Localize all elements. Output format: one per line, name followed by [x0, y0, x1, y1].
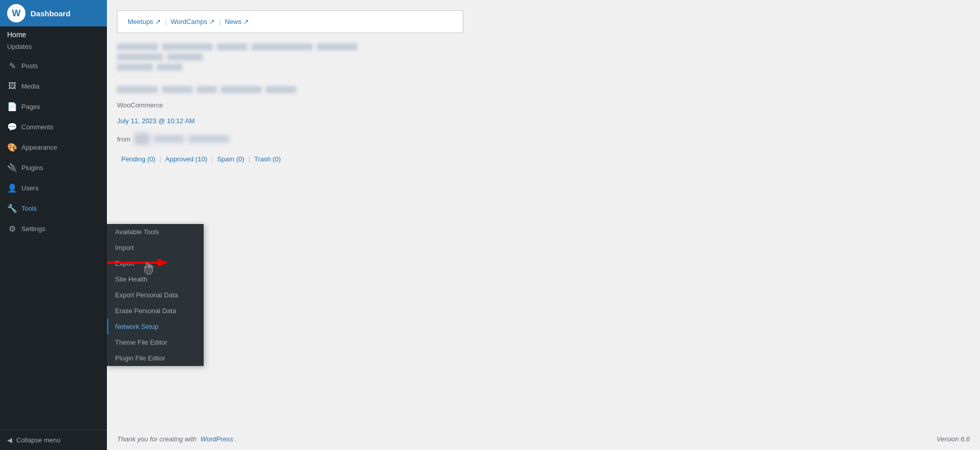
external-icon: ↗: [243, 18, 249, 25]
main-content: Meetups ↗ | WordCamps ↗ | News ↗: [107, 0, 980, 450]
sidebar-item-posts[interactable]: ✎ Posts: [0, 55, 107, 76]
footer: Thank you for creating with WordPress . …: [107, 428, 980, 450]
dropdown-item-network-setup[interactable]: Network Setup: [107, 319, 204, 334]
tools-dropdown: Available Tools Import Export Site Healt…: [107, 224, 204, 366]
sidebar-item-label: Posts: [21, 62, 38, 70]
sidebar-item-label: Comments: [21, 123, 53, 131]
meetups-link[interactable]: Meetups ↗: [128, 18, 161, 25]
blurred-cell: [197, 86, 217, 93]
dropdown-item-label: Erase Personal Data: [115, 307, 176, 315]
from-row: from: [117, 133, 970, 145]
filter-pending[interactable]: Pending (0): [117, 155, 159, 163]
dropdown-item-site-health[interactable]: Site Health: [107, 271, 204, 287]
dropdown-item-erase-personal-data[interactable]: Erase Personal Data: [107, 303, 204, 319]
separator: |: [219, 18, 220, 25]
posts-icon: ✎: [7, 61, 17, 71]
sidebar-item-appearance[interactable]: 🎨 Appearance: [0, 137, 107, 157]
sidebar-item-comments[interactable]: 💬 Comments: [0, 117, 107, 137]
filter-spam[interactable]: Spam (0): [213, 155, 248, 163]
filter-approved[interactable]: Approved (10): [161, 155, 211, 163]
dropdown-item-available-tools[interactable]: Available Tools: [107, 224, 204, 240]
news-label: News: [225, 18, 242, 25]
dropdown-item-label: Theme File Editor: [115, 339, 167, 346]
wordpress-link[interactable]: WordPress: [201, 435, 233, 443]
collapse-icon: ◀: [7, 436, 12, 444]
avatar-blurred: [134, 133, 150, 145]
sidebar-nav: Home Updates ✎ Posts 🖼 Media 📄 Pages 💬 C…: [0, 26, 107, 430]
thank-you-text: Thank you for creating with: [117, 435, 197, 443]
woocommerce-label: WooCommerce: [117, 101, 970, 109]
sidebar-item-pages[interactable]: 📄 Pages: [0, 96, 107, 117]
media-icon: 🖼: [7, 81, 17, 91]
dropdown-item-export-personal-data[interactable]: Export Personal Data: [107, 287, 204, 303]
collapse-menu-button[interactable]: ◀ Collapse menu: [0, 430, 107, 450]
name-blurred: [154, 135, 184, 143]
external-links-bar: Meetups ↗ | WordCamps ↗ | News ↗: [117, 10, 463, 33]
dropdown-item-import[interactable]: Import: [107, 240, 204, 256]
blurred-cell: [117, 64, 153, 71]
sidebar-item-label: Users: [21, 184, 39, 192]
sidebar-item-label: Appearance: [21, 144, 57, 151]
blurred-cell: [217, 43, 247, 50]
sidebar-item-label: Media: [21, 82, 39, 90]
footer-period: .: [235, 435, 237, 443]
blurred-cell: [117, 53, 163, 61]
blurred-content-section: [117, 43, 970, 71]
dropdown-item-label: Network Setup: [115, 323, 158, 330]
appearance-icon: 🎨: [7, 142, 17, 152]
users-icon: 👤: [7, 183, 17, 193]
blurred-cell: [221, 86, 262, 93]
pages-icon: 📄: [7, 101, 17, 111]
from-label: from: [117, 135, 130, 143]
news-link[interactable]: News ↗: [225, 18, 249, 25]
dropdown-item-label: Site Health: [115, 275, 148, 283]
blurred-row: [117, 64, 970, 71]
home-label[interactable]: Home: [0, 26, 107, 41]
blurred-row: [117, 43, 970, 50]
date-text: July 11, 2023 @ 10:12 AM: [117, 117, 970, 125]
dropdown-item-label: Plugin File Editor: [115, 354, 165, 362]
blurred-row: [117, 86, 970, 93]
collapse-label: Collapse menu: [16, 436, 61, 444]
sidebar-item-media[interactable]: 🖼 Media: [0, 76, 107, 96]
blurred-row: [117, 53, 970, 61]
footer-text: Thank you for creating with WordPress .: [117, 435, 237, 443]
sidebar-item-users[interactable]: 👤 Users: [0, 178, 107, 198]
settings-icon: ⚙: [7, 223, 17, 234]
dashboard-label: Dashboard: [31, 9, 70, 18]
sidebar-item-label: Pages: [21, 103, 40, 110]
version-text: Version 6.6: [937, 435, 970, 443]
sidebar-item-settings[interactable]: ⚙ Settings: [0, 218, 107, 239]
wp-icon: W: [7, 4, 25, 22]
arrow-indicator: [107, 260, 168, 266]
comments-icon: 💬: [7, 122, 17, 132]
blurred-cell: [157, 64, 182, 71]
red-arrow: [107, 260, 168, 266]
dropdown-item-plugin-file-editor[interactable]: Plugin File Editor: [107, 350, 204, 366]
plugins-icon: 🔌: [7, 162, 17, 173]
sidebar-item-plugins[interactable]: 🔌 Plugins: [0, 157, 107, 178]
external-icon: ↗: [209, 18, 215, 25]
dropdown-item-theme-file-editor[interactable]: Theme File Editor: [107, 334, 204, 350]
sidebar-item-tools[interactable]: 🔧 Tools: [0, 198, 107, 218]
sidebar-item-label: Plugins: [21, 164, 43, 172]
meetups-label: Meetups: [128, 18, 153, 25]
dashboard-logo[interactable]: W Dashboard: [0, 0, 107, 26]
blurred-cell: [117, 43, 158, 50]
external-icon: ↗: [155, 18, 161, 25]
wordcamps-link[interactable]: WordCamps ↗: [171, 18, 215, 25]
email-blurred: [188, 135, 229, 143]
filter-trash[interactable]: Trash (0): [250, 155, 285, 163]
tools-icon: 🔧: [7, 203, 17, 213]
blurred-cell: [317, 43, 357, 50]
updates-label[interactable]: Updates: [0, 41, 107, 55]
blurred-cell: [251, 43, 313, 50]
blurred-cell: [162, 86, 192, 93]
dropdown-item-label: Export Personal Data: [115, 291, 178, 299]
sidebar-item-label: Tools: [21, 205, 37, 212]
sidebar-item-label: Settings: [21, 225, 45, 233]
wordcamps-label: WordCamps: [171, 18, 207, 25]
home-section: Home Updates: [0, 26, 107, 55]
date-value: July 11, 2023 @ 10:12 AM: [117, 117, 195, 125]
sidebar: W Dashboard Home Updates ✎ Posts 🖼 Media…: [0, 0, 107, 450]
